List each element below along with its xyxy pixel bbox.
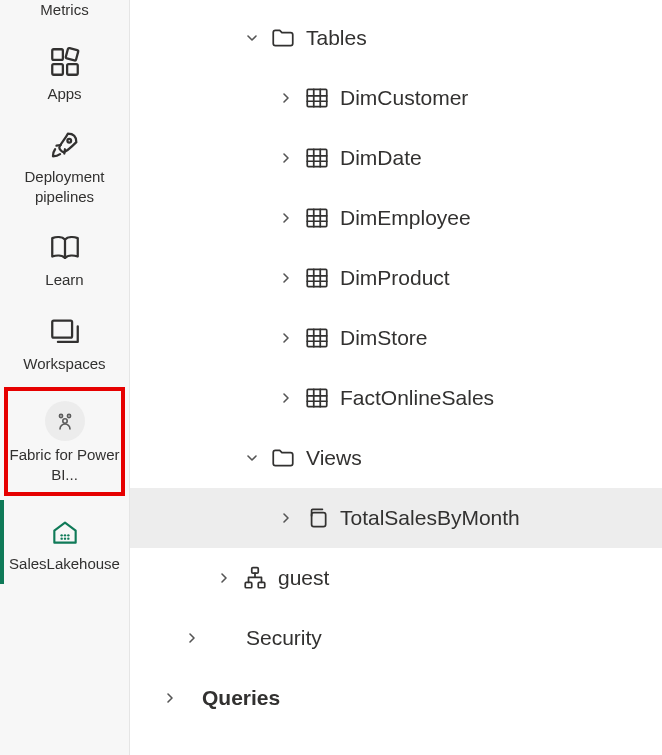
tree-table[interactable]: DimProduct <box>130 248 662 308</box>
chevron-right-icon <box>272 150 300 166</box>
chevron-right-icon <box>272 90 300 106</box>
svg-point-4 <box>67 139 71 143</box>
tree-table[interactable]: DimDate <box>130 128 662 188</box>
tree-label: DimDate <box>334 146 422 170</box>
people-icon <box>45 401 85 441</box>
svg-rect-2 <box>67 64 78 75</box>
tree-label: Views <box>300 446 362 470</box>
sidebar-item-workspaces[interactable]: Workspaces <box>0 300 129 384</box>
svg-point-12 <box>60 537 62 539</box>
tree-label: DimEmployee <box>334 206 471 230</box>
schema-icon <box>238 565 272 591</box>
svg-point-6 <box>59 414 62 417</box>
apps-icon <box>47 44 83 80</box>
svg-rect-16 <box>307 149 327 166</box>
svg-rect-21 <box>312 513 326 527</box>
svg-point-9 <box>60 534 62 536</box>
tree-item-security[interactable]: Security <box>130 608 662 668</box>
tree-table[interactable]: DimStore <box>130 308 662 368</box>
svg-rect-3 <box>65 47 78 60</box>
chevron-right-icon <box>210 570 238 586</box>
tree-label: DimProduct <box>334 266 450 290</box>
tree-label: DimCustomer <box>334 86 468 110</box>
sidebar-item-label: Apps <box>47 84 81 104</box>
svg-rect-18 <box>307 269 327 286</box>
table-icon <box>300 265 334 291</box>
svg-point-11 <box>67 534 69 536</box>
book-icon <box>47 230 83 266</box>
sidebar-item-label: Metrics <box>40 0 88 20</box>
svg-rect-1 <box>52 64 63 75</box>
chevron-right-icon <box>272 210 300 226</box>
svg-point-7 <box>67 414 70 417</box>
svg-point-13 <box>63 537 65 539</box>
tree-folder-views[interactable]: Views <box>130 428 662 488</box>
chevron-right-icon <box>178 630 206 646</box>
table-icon <box>300 385 334 411</box>
sidebar-item-fabric-for-power-bi[interactable]: Fabric for Power BI... <box>4 387 125 496</box>
tree-table[interactable]: DimCustomer <box>130 68 662 128</box>
sidebar-item-label: SalesLakehouse <box>9 554 120 574</box>
chevron-right-icon <box>272 390 300 406</box>
tree-item-queries[interactable]: Queries <box>130 668 662 728</box>
tree-table[interactable]: DimEmployee <box>130 188 662 248</box>
svg-rect-0 <box>52 49 63 60</box>
lakehouse-icon <box>47 514 83 550</box>
folder-icon <box>266 445 300 471</box>
svg-rect-17 <box>307 209 327 226</box>
tree-folder-tables[interactable]: Tables <box>130 8 662 68</box>
chevron-right-icon <box>156 690 184 706</box>
svg-point-10 <box>63 534 65 536</box>
table-icon <box>300 145 334 171</box>
sidebar-item-saleslakehouse[interactable]: SalesLakehouse <box>0 500 129 584</box>
svg-point-8 <box>62 419 66 423</box>
chevron-down-icon <box>238 450 266 466</box>
rocket-icon <box>47 127 83 163</box>
tree-label: FactOnlineSales <box>334 386 494 410</box>
svg-rect-5 <box>52 320 72 337</box>
table-icon <box>300 325 334 351</box>
nav-sidebar: Metrics Apps Deployment pipelines <box>0 0 130 755</box>
tree-label: Queries <box>196 686 280 710</box>
tree-table[interactable]: FactOnlineSales <box>130 368 662 428</box>
tree-label: TotalSalesByMonth <box>334 506 520 530</box>
svg-point-14 <box>67 537 69 539</box>
tree-view[interactable]: TotalSalesByMonth <box>130 488 662 548</box>
sidebar-item-label: Learn <box>45 270 83 290</box>
chevron-down-icon <box>238 30 266 46</box>
table-icon <box>300 85 334 111</box>
tree-label: Tables <box>300 26 367 50</box>
folder-icon <box>266 25 300 51</box>
sidebar-item-label: Deployment pipelines <box>4 167 125 206</box>
chevron-right-icon <box>272 270 300 286</box>
tree-label: Security <box>240 626 322 650</box>
svg-rect-19 <box>307 329 327 346</box>
workspaces-icon <box>47 314 83 350</box>
sidebar-item-learn[interactable]: Learn <box>0 216 129 300</box>
sidebar-item-apps[interactable]: Apps <box>0 30 129 114</box>
sidebar-item-label: Fabric for Power BI... <box>8 445 121 484</box>
chevron-right-icon <box>272 330 300 346</box>
tree-schema-guest[interactable]: guest <box>130 548 662 608</box>
svg-rect-20 <box>307 389 327 406</box>
tree-label: guest <box>272 566 329 590</box>
sidebar-item-label: Workspaces <box>23 354 105 374</box>
tree-label: DimStore <box>334 326 428 350</box>
table-icon <box>300 205 334 231</box>
sidebar-item-metrics[interactable]: Metrics <box>0 0 129 30</box>
sidebar-item-deployment-pipelines[interactable]: Deployment pipelines <box>0 113 129 216</box>
view-icon <box>300 505 334 531</box>
svg-rect-15 <box>307 89 327 106</box>
explorer-tree: Tables DimCustomer DimDate DimEmployee <box>130 0 662 755</box>
chevron-right-icon <box>272 510 300 526</box>
